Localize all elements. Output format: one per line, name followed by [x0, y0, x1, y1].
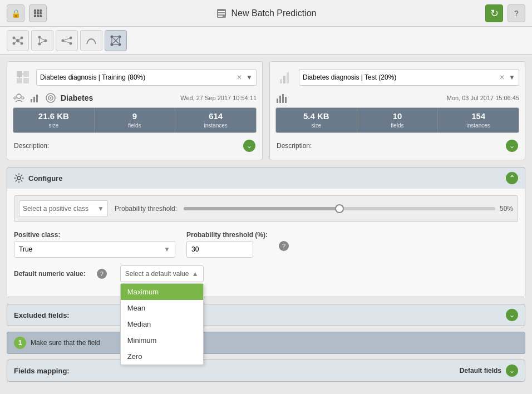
test-dataset-icon: [275, 67, 295, 87]
svg-point-65: [17, 176, 21, 180]
svg-rect-1: [37, 9, 39, 12]
help-icon[interactable]: ?: [508, 4, 525, 22]
default-numeric-label: Default numeric value:: [14, 270, 86, 278]
svg-line-26: [41, 38, 45, 40]
probability-threshold-input[interactable]: [186, 241, 253, 258]
svg-rect-8: [40, 15, 42, 17]
svg-point-22: [38, 36, 41, 38]
lock-icon[interactable]: 🔒: [7, 4, 24, 22]
datasets-row: Diabetes diagnosis | Training (80%) ✕ ▼: [7, 61, 525, 160]
svg-rect-63: [282, 94, 284, 103]
training-expand-btn[interactable]: ⌄: [243, 140, 255, 152]
excluded-fields-expand-btn[interactable]: ⌄: [506, 309, 518, 321]
svg-point-13: [16, 39, 19, 42]
test-instances-value: 154: [440, 111, 516, 121]
toolbar-cross-btn[interactable]: [105, 30, 127, 51]
svg-rect-3: [34, 12, 36, 14]
test-expand-btn[interactable]: ⌄: [506, 140, 518, 152]
configure-header: Configure ⌃: [7, 168, 525, 189]
fields-mapping-expand-btn[interactable]: ⌄: [506, 365, 518, 377]
test-stats: 5.4 KB size 10 fields 154 instances: [275, 107, 519, 133]
svg-point-28: [62, 39, 65, 42]
step-badge: 1: [14, 337, 26, 349]
test-dataset-card: Diabetes diagnosis | Test (20%) ✕ ▼ Mon,…: [269, 61, 525, 160]
training-target-icon: [45, 92, 56, 104]
test-dataset-name: Diabetes diagnosis | Test (20%): [303, 73, 396, 81]
svg-rect-4: [37, 12, 39, 14]
svg-rect-43: [17, 71, 22, 77]
toolbar-share-btn[interactable]: [56, 30, 78, 51]
svg-line-31: [65, 38, 70, 40]
svg-rect-10: [218, 11, 225, 12]
test-dataset-select[interactable]: Diabetes diagnosis | Test (20%) ✕ ▼: [299, 69, 519, 86]
training-dataset-name: Diabetes diagnosis | Training (80%): [40, 73, 145, 81]
training-date: Wed, 27 Sep 2017 10:54:11: [180, 95, 257, 101]
training-model-icon: [13, 92, 25, 104]
positive-class-select-mini[interactable]: Select a positive class ▼: [19, 200, 108, 217]
svg-rect-60: [287, 72, 289, 83]
training-select-arrow[interactable]: ▼: [246, 73, 253, 81]
svg-rect-45: [17, 78, 22, 83]
svg-line-21: [19, 42, 21, 43]
training-instances-cell: 614 instances: [175, 108, 256, 132]
default-fields-btn[interactable]: Default fields: [460, 367, 501, 375]
test-size-cell: 5.4 KB size: [276, 108, 357, 132]
svg-rect-5: [40, 12, 42, 14]
test-chart-icon: [275, 92, 288, 104]
dropdown-option-minimum[interactable]: Minimum: [121, 332, 203, 348]
test-select-arrow[interactable]: ▼: [509, 73, 515, 81]
title-bar-right: ↻ ?: [485, 4, 525, 22]
refresh-icon[interactable]: ↻: [485, 4, 503, 22]
page-title-icon: [216, 8, 227, 19]
svg-point-24: [45, 39, 47, 42]
dropdown-option-mean[interactable]: Mean: [121, 300, 203, 316]
slider-thumb[interactable]: [335, 204, 344, 213]
training-dataset-select[interactable]: Diabetes diagnosis | Training (80%) ✕ ▼: [36, 69, 257, 86]
dropdown-option-maximum[interactable]: Maximum: [121, 284, 203, 300]
dropdown-option-zero[interactable]: Zero: [121, 348, 203, 365]
probability-help-icon[interactable]: ?: [279, 241, 289, 251]
svg-point-35: [111, 43, 114, 46]
positive-class-value: True: [19, 245, 32, 253]
default-numeric-help-icon[interactable]: ?: [97, 269, 107, 279]
training-select-close[interactable]: ✕: [237, 73, 242, 81]
training-stats: 21.6 KB size 9 fields 614 instances: [13, 107, 257, 133]
toolbar: [0, 27, 532, 55]
default-numeric-select[interactable]: Select a default value ▲: [120, 265, 204, 282]
positive-class-label: Positive class:: [14, 231, 175, 239]
threshold-slider-track[interactable]: [184, 207, 495, 210]
test-instances-cell: 154 instances: [438, 108, 519, 132]
default-numeric-dropdown-wrapper: Select a default value ▲ Maximum Mean Me…: [120, 265, 204, 282]
svg-point-51: [22, 97, 24, 99]
svg-rect-54: [36, 95, 38, 102]
test-date: Mon, 03 Jul 2017 15:06:45: [447, 95, 519, 101]
toolbar-branch-btn[interactable]: [31, 30, 53, 51]
fields-mapping-bar: Fields mapping: Default fields ⌄: [7, 359, 525, 382]
form-row-top: Positive class: True ▼ Probability thres…: [14, 231, 518, 258]
test-select-close[interactable]: ✕: [499, 73, 505, 81]
svg-rect-58: [280, 79, 282, 83]
training-fields-value: 9: [97, 111, 173, 121]
network-icon[interactable]: [29, 4, 47, 22]
configure-expand-btn[interactable]: ⌃: [506, 172, 518, 184]
training-dataset-selector: Diabetes diagnosis | Training (80%) ✕ ▼: [13, 67, 257, 87]
positive-class-group: Positive class: True ▼: [14, 231, 175, 258]
dropdown-option-median[interactable]: Median: [121, 316, 203, 332]
svg-point-15: [21, 36, 23, 39]
positive-class-dropdown[interactable]: True ▼: [14, 241, 175, 258]
training-size-cell: 21.6 KB size: [13, 108, 95, 132]
probability-threshold-group: Probability threshold (%):: [186, 231, 268, 258]
svg-line-19: [19, 38, 21, 40]
toolbar-curve-btn[interactable]: [80, 30, 102, 51]
svg-rect-52: [31, 99, 32, 102]
svg-rect-6: [34, 15, 36, 17]
probability-threshold-label: Probability threshold (%):: [186, 231, 268, 239]
svg-rect-0: [34, 9, 36, 12]
svg-point-34: [119, 35, 121, 38]
training-description-bar: Description: ⌄: [13, 137, 257, 154]
excluded-fields-label: Excluded fields:: [14, 311, 70, 319]
test-description-bar: Description: ⌄: [275, 137, 519, 154]
toolbar-network-btn[interactable]: [7, 30, 29, 51]
default-numeric-dropdown-menu: Maximum Mean Median Minimum Zero: [120, 283, 204, 365]
test-fields-cell: 10 fields: [357, 108, 439, 132]
